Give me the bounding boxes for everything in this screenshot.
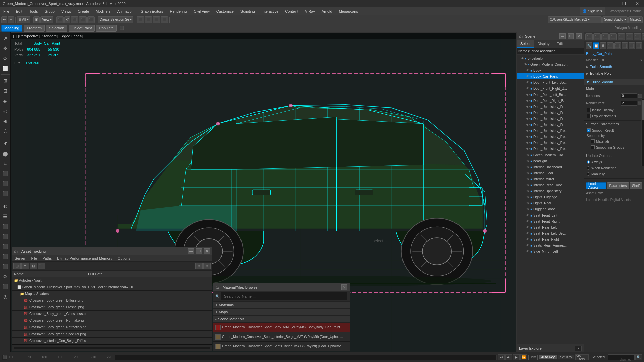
- mod-icon-2[interactable]: ⬛: [593, 33, 601, 40]
- scale-button[interactable]: ⬛: [71, 16, 78, 23]
- asset-tb-btn3[interactable]: ⊡: [30, 263, 37, 269]
- asset-menu-options[interactable]: Options: [115, 255, 133, 261]
- ts-smooth-result-checkbox[interactable]: ✓ Smooth Result: [586, 127, 642, 133]
- layers3-btn[interactable]: ⬛: [153, 16, 160, 23]
- tree-item-upholstery2[interactable]: 👁 ■ Door_Upholstery_Fr...: [517, 110, 584, 116]
- menu-create[interactable]: Create: [74, 7, 92, 15]
- sidebar-icon-12[interactable]: ⬤: [1, 149, 10, 158]
- material-panel-header[interactable]: 🗂 Material/Map Browser ✕: [213, 283, 350, 291]
- tree-item-upholstery1[interactable]: 👁 ■ Door_Upholstery_Fr...: [517, 104, 584, 110]
- asset-tb-btn1[interactable]: ⊞: [13, 263, 21, 269]
- mod-icon-3[interactable]: ⬛: [601, 33, 609, 40]
- mod-icon-1[interactable]: ⬛: [585, 33, 593, 40]
- menu-edit[interactable]: Edit: [13, 7, 26, 15]
- sidebar-icon-21[interactable]: ⬛: [1, 242, 10, 251]
- timeline-track[interactable]: [115, 355, 497, 360]
- layers4-btn[interactable]: ⬛: [161, 16, 168, 23]
- mat-search-input[interactable]: [221, 292, 347, 300]
- ts-explicit-normals-checkbox[interactable]: Explicit Normals: [586, 113, 642, 119]
- asset-col-path[interactable]: Full Path: [86, 271, 212, 277]
- tree-item-seat-rear-r[interactable]: 👁 ■ Seat_Rear_Right: [517, 236, 584, 242]
- populate-tab[interactable]: Populate: [96, 25, 116, 32]
- tree-item-door-front-r[interactable]: 👁 ■ Door_Front_Right_B...: [517, 85, 584, 92]
- asset-close-btn[interactable]: ✕: [204, 248, 210, 254]
- macro1[interactable]: Macro1: [628, 16, 643, 23]
- select-filter[interactable]: ⊞ All ▾: [17, 16, 30, 23]
- sidebar-icon-9[interactable]: ◉: [1, 116, 10, 126]
- tree-item-upholstery-r1[interactable]: 👁 ■ Door_Upholstery_Re...: [517, 128, 584, 134]
- sidebar-icon-2[interactable]: ✥: [1, 44, 10, 53]
- asset-row-diffuse[interactable]: 🖼 Crossover_Body_green_Diffuse.png: [12, 297, 212, 304]
- sidebar-icon-15[interactable]: ⬛: [1, 179, 10, 188]
- tree-item-crossover[interactable]: 👁 ▸ Green_Modern_Crosso...: [517, 61, 584, 67]
- scene-search-input[interactable]: [517, 48, 584, 55]
- sidebar-icon-25[interactable]: ⬛: [1, 282, 10, 291]
- btn-frame-next[interactable]: ⏩: [520, 354, 527, 360]
- mod-icon-6[interactable]: ⬛: [626, 33, 633, 40]
- menu-scripting[interactable]: Scripting: [237, 7, 258, 15]
- mat-category-maps[interactable]: + Maps: [213, 309, 350, 316]
- menu-animation[interactable]: Animation: [114, 7, 137, 15]
- menu-civil-view[interactable]: Civil View: [190, 7, 213, 15]
- sidebar-icon-13[interactable]: ⌗: [1, 159, 10, 168]
- asset-minimize-btn[interactable]: —: [188, 248, 194, 254]
- mod-btn-e[interactable]: ⬛: [614, 42, 621, 49]
- menu-modifiers[interactable]: Modifiers: [92, 7, 114, 15]
- mat-item-interior-beige[interactable]: Green_Modern_Crossover_Sport_Interior_Be…: [213, 332, 350, 342]
- ts-materials-checkbox[interactable]: Materials: [590, 138, 642, 144]
- asset-row-glossiness[interactable]: 🖼 Crossover_Body_green_Glossiness.png: [12, 311, 212, 317]
- tree-item-interior-dash[interactable]: 👁 ■ Interior_Dashboard...: [517, 164, 584, 170]
- sidebar-icon-6[interactable]: ⊡: [1, 86, 10, 96]
- asset-menu-bitmap[interactable]: Bitmap Performance and Memory: [54, 255, 115, 261]
- scene-minimize-btn[interactable]: —: [559, 33, 566, 39]
- mat-close-btn[interactable]: ✕: [341, 284, 347, 290]
- modifier-scrollbar[interactable]: [641, 99, 644, 166]
- tree-item-green-modern[interactable]: 👁 ■ Green_Modern_Cro...: [517, 152, 584, 158]
- layers-btn[interactable]: ⬛: [137, 16, 144, 23]
- scene-close-btn[interactable]: ✕: [576, 33, 582, 39]
- sidebar-icon-22[interactable]: ⬛: [1, 252, 10, 261]
- sign-in-button[interactable]: 👤 Sign In ▾: [580, 7, 605, 15]
- tree-item-upholstery-r2[interactable]: 👁 ■ Door_Upholstery_Re...: [517, 134, 584, 140]
- sidebar-icon-18[interactable]: ☰: [1, 212, 10, 221]
- squid-studio[interactable]: Squid Studio ▾: [602, 16, 628, 23]
- tree-item-headlight[interactable]: 👁 ■ headlight: [517, 158, 584, 164]
- sidebar-icon-8[interactable]: ◎: [1, 106, 10, 116]
- menu-tools[interactable]: Tools: [26, 7, 41, 15]
- asset-row-normal[interactable]: 🖼 Crossover_Body_green_Normal.png: [12, 317, 212, 324]
- sidebar-icon-1[interactable]: ↗: [1, 34, 10, 43]
- mod-icon-8[interactable]: ⬛: [642, 33, 644, 40]
- menu-content[interactable]: Content: [282, 7, 302, 15]
- tree-item-interior-upholstery[interactable]: 👁 ■ Interior_Upholstery...: [517, 188, 584, 194]
- ts-manually-radio[interactable]: Manually: [586, 171, 642, 177]
- maximize-button[interactable]: ❐: [617, 0, 631, 7]
- mat-item-seats-beige[interactable]: Green_Modern_Crossover_Sport_Seats_Beige…: [213, 342, 350, 351]
- close-button[interactable]: ✕: [631, 0, 644, 7]
- sidebar-icon-10[interactable]: ⬡: [1, 126, 10, 136]
- menu-vray[interactable]: V-Ray: [302, 7, 318, 15]
- tree-item-seat-front-r[interactable]: 👁 ■ Seat_Front_Right: [517, 218, 584, 224]
- scene-tab-display[interactable]: Display: [534, 40, 553, 48]
- mod-btn-h[interactable]: ⬛: [636, 42, 642, 49]
- scene-tab-edit[interactable]: Edit: [553, 40, 567, 48]
- load-assets-button[interactable]: Load Assets: [586, 182, 606, 189]
- mod-icon-7[interactable]: ⬛: [634, 33, 641, 40]
- tree-item-door-front-l[interactable]: 👁 ■ Door_Front_Left_Bo...: [517, 79, 584, 85]
- asset-menu-paths[interactable]: Paths: [40, 255, 54, 261]
- menu-megascans[interactable]: Megascans: [336, 7, 361, 15]
- menu-graph-editors[interactable]: Graph Editors: [137, 7, 167, 15]
- tree-item-luggage-door[interactable]: 👁 ■ Luggage_door: [517, 206, 584, 212]
- tree-item-lights-luggage[interactable]: 👁 ■ Lights_Luggage: [517, 194, 584, 200]
- btn-frame-prev[interactable]: ⏭: [505, 354, 512, 360]
- sidebar-icon-19[interactable]: ⬛: [1, 222, 10, 231]
- mat-item-body[interactable]: Green_Modern_Crossover_Sport_Body_MAT (V…: [213, 323, 350, 332]
- asset-tb-btn4[interactable]: ⬛: [38, 263, 45, 269]
- menu-interactive[interactable]: Interactive: [258, 7, 282, 15]
- freeform-tab[interactable]: Freeform: [24, 25, 45, 32]
- rotate-button[interactable]: ↺: [64, 16, 70, 23]
- tree-item-seat-rear-l[interactable]: 👁 ■ Seat_Rear_Left: [517, 224, 584, 230]
- tree-item-door-rear-l[interactable]: 👁 ■ Door_Rear_Left_Bo...: [517, 92, 584, 98]
- ts-render-iters-input[interactable]: [621, 101, 637, 106]
- mod-btn-c[interactable]: 🗑: [600, 42, 606, 49]
- sidebar-icon-4[interactable]: ⬜: [1, 64, 10, 73]
